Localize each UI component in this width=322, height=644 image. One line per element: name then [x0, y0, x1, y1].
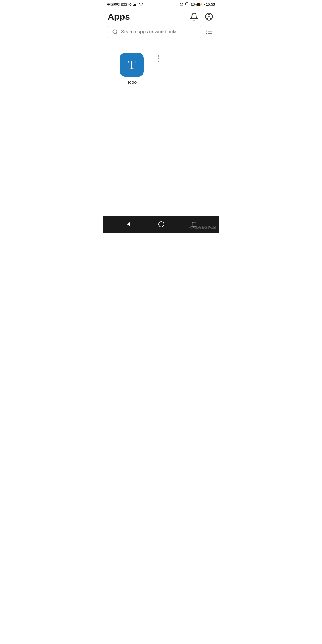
- app-more-button-todo[interactable]: [156, 53, 161, 64]
- header: Apps: [103, 8, 219, 26]
- vibrate-icon: [185, 2, 188, 7]
- svg-rect-1: [186, 2, 188, 6]
- list-view-icon: [205, 28, 213, 36]
- svg-point-12: [206, 30, 207, 30]
- back-button[interactable]: [123, 219, 134, 230]
- battery-container: 32% ⚡: [190, 3, 204, 6]
- svg-rect-4: [188, 3, 189, 4]
- app-name-todo: Todo: [127, 80, 137, 85]
- battery-icon: ⚡: [197, 3, 204, 6]
- signal-bars: [133, 3, 137, 6]
- watermark: @稀土掘金技术社区: [189, 225, 216, 230]
- dot-2: [158, 58, 159, 59]
- network-badge: 4G: [128, 3, 132, 6]
- hd-badge: HD: [121, 3, 127, 6]
- search-input-wrapper[interactable]: [108, 26, 201, 38]
- dot-3: [158, 61, 159, 62]
- search-icon: [112, 29, 118, 35]
- svg-point-14: [206, 33, 207, 34]
- notification-button[interactable]: [189, 11, 199, 22]
- svg-marker-15: [127, 222, 130, 226]
- status-left: 中国移动 HD 4G: [107, 2, 143, 7]
- apps-grid: T Todo: [103, 43, 219, 94]
- bell-icon: [190, 13, 198, 21]
- svg-rect-2: [185, 3, 186, 4]
- battery-percent: 32%: [190, 3, 197, 6]
- svg-point-13: [206, 31, 207, 32]
- svg-rect-5: [188, 4, 189, 5]
- status-right: 32% ⚡ 15:53: [179, 2, 215, 7]
- alarm-icon: [179, 2, 184, 7]
- svg-rect-3: [185, 4, 186, 5]
- page-title: Apps: [108, 12, 130, 22]
- search-container: [103, 26, 219, 43]
- search-input[interactable]: [121, 29, 197, 35]
- home-icon: [158, 221, 165, 227]
- header-icons: [189, 11, 214, 22]
- list-view-button[interactable]: [204, 27, 214, 37]
- svg-point-8: [113, 30, 117, 34]
- search-row: [108, 26, 214, 38]
- svg-point-16: [159, 222, 164, 227]
- profile-button[interactable]: [204, 11, 214, 22]
- bottom-nav: [103, 216, 219, 233]
- app-icon-todo: T: [120, 53, 144, 77]
- user-circle-icon: [205, 13, 213, 21]
- svg-point-7: [208, 14, 210, 16]
- dot-1: [158, 55, 159, 57]
- status-bar: 中国移动 HD 4G: [103, 0, 219, 8]
- back-icon: [125, 221, 131, 227]
- time-display: 15:53: [206, 2, 215, 7]
- wifi-icon: [139, 2, 143, 7]
- carrier-name: 中国移动: [107, 2, 120, 7]
- home-button[interactable]: [156, 219, 167, 230]
- app-icon-letter-todo: T: [128, 58, 136, 72]
- app-item-todo[interactable]: T Todo: [108, 48, 156, 89]
- app-item-container-todo: T Todo: [108, 48, 161, 89]
- charging-icon: ⚡: [199, 3, 202, 6]
